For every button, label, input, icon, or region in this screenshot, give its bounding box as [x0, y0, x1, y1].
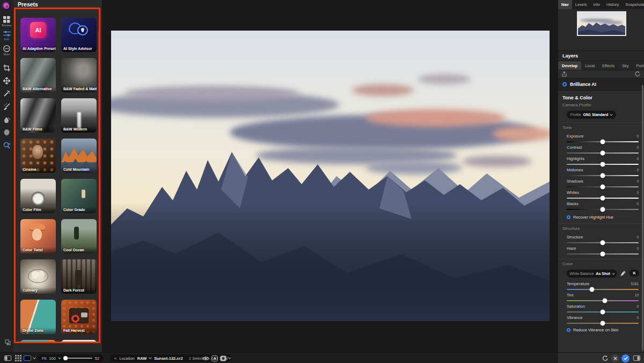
tab-levels[interactable]: Levels — [572, 0, 590, 9]
navigator-thumbnail[interactable] — [577, 11, 626, 36]
preview-eye-button[interactable] — [202, 353, 209, 363]
sync-status-icon[interactable] — [0, 338, 13, 346]
preset-tile-partial[interactable] — [61, 340, 97, 343]
preset-tile-cool-ocean[interactable]: Cool Ocean — [61, 219, 97, 253]
left-panel-toggle-button[interactable] — [4, 353, 11, 363]
slider-knob[interactable] — [601, 207, 605, 212]
slider-knob[interactable] — [603, 298, 608, 303]
location-button[interactable]: Location — [119, 356, 134, 361]
right-panel-scrollbar[interactable] — [642, 85, 643, 351]
zoom-slider[interactable] — [63, 358, 92, 359]
view-extra-chevron[interactable] — [229, 353, 231, 363]
right-panel-toggle-button[interactable] — [633, 353, 640, 363]
presets-scrollbar[interactable] — [98, 31, 100, 168]
haze-slider[interactable] — [567, 253, 639, 255]
brilliance-ai-section[interactable]: Brilliance AI — [558, 78, 644, 91]
camera-profile-dropdown[interactable]: Profile ON1 Standard — [567, 111, 616, 119]
contrast-slider[interactable] — [567, 153, 639, 154]
mask-view-button[interactable] — [220, 353, 226, 363]
slider-knob[interactable] — [601, 173, 605, 178]
tab-develop[interactable]: Develop — [558, 61, 581, 70]
slider-knob[interactable] — [601, 195, 605, 200]
edit-mode-button[interactable]: Edit — [0, 31, 13, 41]
layers-header[interactable]: Layers — [558, 51, 644, 61]
preset-tile-bw-alternative[interactable]: B&W Alternative — [20, 58, 56, 92]
preset-tile-bw-faded-matte[interactable]: B&W Faded & Matte — [61, 58, 97, 92]
tab-snapshots[interactable]: Snapshots — [622, 0, 644, 9]
chevron-down-icon[interactable] — [149, 356, 152, 359]
photo-sunset-mountains[interactable] — [111, 31, 550, 321]
highlights-slider[interactable] — [567, 164, 639, 165]
preset-tile-bw-films[interactable]: B&W Films — [20, 98, 56, 133]
cancel-button[interactable] — [611, 353, 619, 363]
brilliance-toggle[interactable] — [562, 82, 567, 86]
preset-tile-ai-style-advisor[interactable]: AI Style Advisor — [61, 18, 97, 52]
refine-brush-tool-button[interactable] — [0, 116, 13, 123]
reduce-vibrance-toggle[interactable] — [567, 328, 570, 332]
slider-knob[interactable] — [601, 150, 605, 155]
reset-icon[interactable] — [635, 71, 640, 77]
ai-wand-tool-button[interactable] — [0, 90, 13, 97]
preset-tile-partial[interactable] — [20, 340, 56, 343]
tab-info[interactable]: Info — [590, 0, 603, 9]
slider-knob[interactable] — [601, 251, 605, 256]
tab-nav[interactable]: Nav — [558, 0, 572, 9]
tab-sky[interactable]: Sky — [618, 61, 633, 70]
slider-knob[interactable] — [601, 309, 605, 314]
presets-list[interactable]: AI AI Adaptive Presets AI Style Advisor … — [14, 8, 100, 343]
tab-effects[interactable]: Effects — [598, 61, 618, 70]
preset-tile-color-twist[interactable]: Color Twist — [20, 219, 56, 253]
kelvin-auto-icon[interactable]: K — [630, 270, 639, 277]
view-options-chevron[interactable] — [33, 353, 35, 363]
saturation-slider[interactable] — [567, 311, 639, 313]
fit-button[interactable]: Fit — [42, 356, 46, 361]
super-select-ai-tool-button[interactable] — [0, 142, 13, 149]
blacks-slider[interactable] — [567, 209, 639, 210]
slider-knob[interactable] — [601, 139, 605, 144]
midtones-slider[interactable] — [567, 175, 639, 177]
preset-tile-fall-harvest[interactable]: Fall Harvest — [61, 300, 97, 334]
export-icon[interactable] — [562, 71, 567, 77]
tab-local[interactable]: Local — [581, 61, 598, 70]
white-balance-dropdown[interactable]: White Balance As Shot — [567, 270, 617, 278]
slider-knob[interactable] — [601, 184, 605, 189]
shadows-slider[interactable] — [567, 186, 639, 188]
temperature-slider[interactable] — [567, 289, 639, 291]
detail-view-button[interactable] — [24, 353, 31, 363]
preset-tile-bw-modern[interactable]: B&W Modern — [61, 98, 97, 133]
preset-tile-color-grade[interactable]: Color Grade — [61, 179, 97, 213]
more-mode-button[interactable]: More — [0, 45, 13, 56]
whites-slider[interactable] — [567, 198, 639, 199]
slider-knob[interactable] — [601, 162, 605, 166]
slider-knob[interactable] — [589, 287, 594, 292]
recover-highlight-hue-toggle[interactable] — [567, 215, 570, 219]
tab-portrait[interactable]: Portrait — [632, 61, 644, 70]
compare-a-button[interactable]: A — [211, 353, 218, 363]
preset-tile-drone-zone[interactable]: Drone Zone — [20, 300, 56, 334]
mask-brush-tool-button[interactable] — [0, 103, 13, 110]
apply-button[interactable] — [621, 353, 630, 363]
slider-knob[interactable] — [601, 240, 605, 245]
exposure-slider[interactable] — [567, 141, 639, 143]
back-button[interactable]: < — [114, 356, 116, 361]
tab-history[interactable]: History — [603, 0, 622, 9]
canvas-area[interactable] — [102, 0, 558, 352]
eyedropper-icon[interactable] — [620, 270, 626, 276]
vibrance-slider[interactable] — [567, 323, 639, 324]
transform-tool-button[interactable] — [0, 77, 13, 84]
browse-mode-button[interactable]: Browse — [0, 16, 13, 27]
healing-tool-button[interactable] — [0, 129, 13, 136]
tint-slider[interactable] — [567, 300, 639, 302]
grid-view-button[interactable] — [15, 353, 21, 363]
zoom-slider-knob[interactable] — [63, 356, 68, 360]
recover-highlight-hue-row[interactable]: Recover Highlight Hue — [558, 211, 644, 220]
preset-tile-cold-mountain[interactable]: Cold Mountain — [61, 139, 97, 173]
reduce-vibrance-row[interactable]: Reduce Vibrance on Skin — [558, 325, 644, 332]
undo-button[interactable] — [602, 353, 608, 363]
structure-slider[interactable] — [567, 242, 639, 244]
preset-tile-cinema[interactable]: Cinema — [20, 139, 56, 173]
slider-knob[interactable] — [601, 321, 605, 325]
crop-tool-button[interactable] — [0, 64, 13, 71]
preset-tile-culinary[interactable]: Culinary — [20, 259, 56, 294]
preset-tile-dark-forest[interactable]: Dark Forest — [61, 259, 97, 294]
